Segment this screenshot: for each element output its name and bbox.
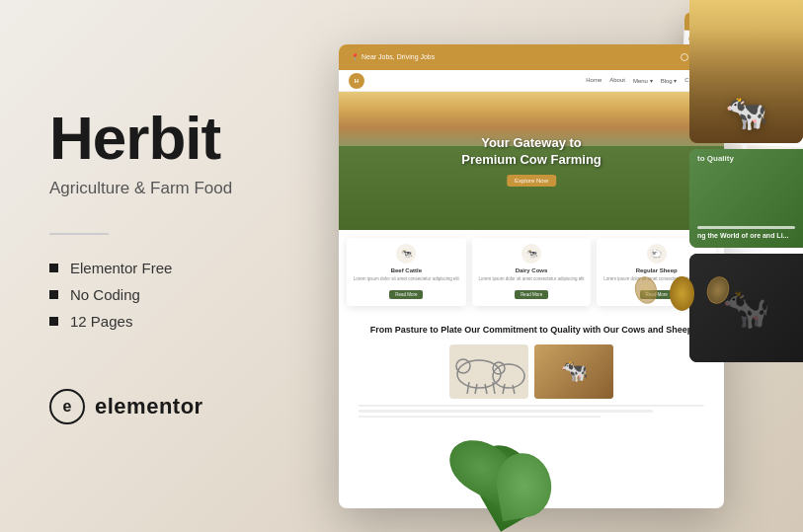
cow-sketch-svg [449,344,528,399]
site-hero: Your Gateway to Premium Cow Farming Expl… [339,92,724,230]
card-text-dairy: Lorem ipsum dolor sit amet consectetur a… [478,276,586,282]
hero-line2: Premium Cow Farming [461,152,602,167]
site-logo: H [349,73,364,89]
hero-button: Explore Now [507,175,556,187]
quality-label: to Quality [697,154,734,163]
text-line [359,405,704,408]
insect-body [670,276,694,311]
card-btn-beef: Read More [389,290,423,299]
site-topbar: 📍 Near Jobs, Driving Jobs [339,44,724,70]
card-text-beef: Lorem ipsum dolor sit amet consectetur a… [353,276,460,282]
list-item: 12 Pages [49,313,286,330]
card-btn-dairy: Read More [515,290,548,299]
left-panel: Herbit Agriculture & Farm Food Elementor… [0,0,336,532]
text-line [359,416,601,418]
elementor-label: elementor [95,394,203,419]
svg-point-1 [456,359,470,373]
nav-link-about: About [609,77,625,84]
feature-label-2: No Coding [70,286,140,303]
bullet-icon [49,264,58,272]
commitment-image-cows-sketch [449,344,528,399]
social-icon [681,53,688,61]
insect-container [655,276,709,331]
list-item: Elementor Free [49,260,286,276]
feature-label-1: Elementor Free [70,260,172,276]
commitment-text-lines [349,399,714,418]
card-icon-dairy: 🐄 [522,244,541,264]
side-mid-text: ng the World of ore and Li... [697,231,795,240]
nav-link-home: Home [586,77,602,84]
card-title-beef: Beef Cattle [353,267,460,273]
site-nav: H Home About Menu ▾ Blog ▾ Contact Us [339,70,724,92]
side-mid-text-wrap: ng the World of ore and Li... [697,226,795,240]
mint-decoration [447,423,566,532]
nav-link-blog: Blog ▾ [661,77,678,84]
card-dairy: 🐄 Dairy Cows Lorem ipsum dolor sit amet … [472,238,592,306]
hero-text-overlay: Your Gateway to Premium Cow Farming Expl… [461,135,602,187]
text-line [359,410,653,413]
list-item: No Coding [49,286,286,303]
elementor-icon: e [49,389,85,424]
brand-title: Herbit [49,108,286,169]
insect-decoration [655,266,709,321]
nav-link-menu: Menu ▾ [633,77,653,84]
svg-line-9 [513,385,515,394]
cow-icon: 🐄 [699,93,793,133]
cow-emoji: 🐄 [561,358,588,384]
svg-line-8 [503,384,505,394]
hero-line1: Your Gateway to [481,135,582,150]
commitment-images: 🐄 [349,344,714,399]
card-icon-beef: 🐄 [396,244,416,264]
svg-line-2 [467,382,469,394]
svg-line-3 [475,384,477,394]
brand-subtitle: Agriculture & Farm Food [49,179,286,198]
hero-heading: Your Gateway to Premium Cow Farming [461,135,602,169]
svg-line-4 [485,384,487,394]
card-beef: 🐄 Beef Cattle Lorem ipsum dolor sit amet… [347,238,466,306]
topbar-text: 📍 Near Jobs, Driving Jobs [351,53,435,61]
text-line [697,226,795,229]
bullet-icon [49,317,58,326]
card-title-dairy: Dairy Cows [478,267,586,273]
commitment-image-cow-photo: 🐄 [534,344,613,399]
dark-cow-icon: 🐄 [722,285,771,332]
bullet-icon [49,290,58,299]
feature-label-3: 12 Pages [70,313,132,330]
elementor-badge: e elementor [49,389,286,424]
cow-photo-placeholder: 🐄 [534,344,613,399]
side-image-cow: 🐄 [689,0,803,143]
svg-point-6 [493,364,524,388]
feature-list: Elementor Free No Coding 12 Pages [49,260,286,340]
card-icon-sheep: 🐑 [647,244,667,264]
divider [49,233,109,235]
side-image-green: ng the World of ore and Li... to Quality [689,149,803,248]
